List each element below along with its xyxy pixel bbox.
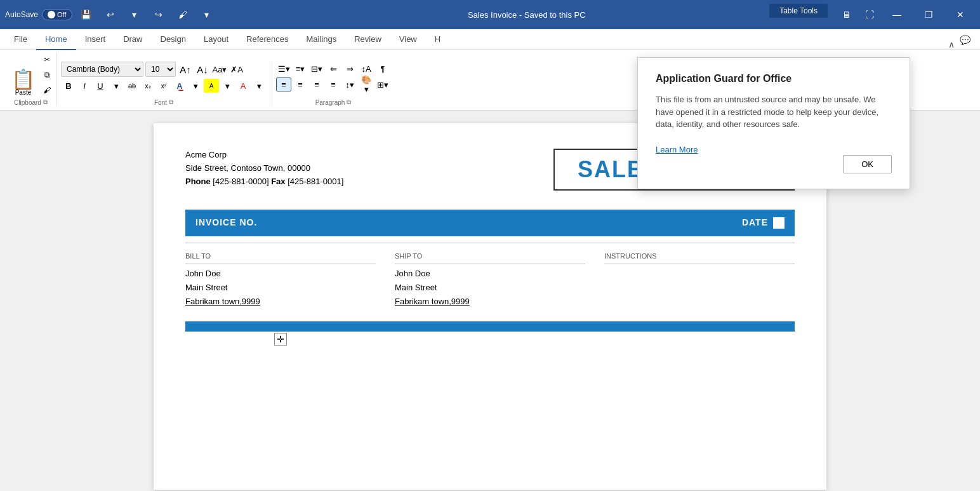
expand-button[interactable]: ⛶ [859, 5, 880, 24]
notification-body: This file is from an untrusted source an… [656, 93, 892, 131]
tab-insert[interactable]: Insert [76, 29, 115, 50]
highlight-button[interactable]: A [204, 79, 219, 93]
font-size-select[interactable]: 10 [145, 62, 176, 77]
ok-button[interactable]: OK [843, 155, 892, 173]
font-color-dropdown[interactable]: ▾ [188, 79, 203, 93]
borders-button[interactable]: ⊞▾ [375, 77, 390, 91]
strikethrough-button[interactable]: ab [124, 79, 140, 93]
text-color-dropdown[interactable]: ▾ [251, 79, 267, 93]
numbering-button[interactable]: ≡▾ [293, 62, 308, 76]
underline-dropdown[interactable]: ▾ [109, 79, 124, 93]
minimize-button[interactable]: — [882, 5, 911, 24]
increase-indent-button[interactable]: ⇒ [342, 62, 357, 76]
decrease-indent-button[interactable]: ⇐ [326, 62, 341, 76]
notification-ok-row: OK [656, 155, 892, 173]
clear-formatting-button[interactable]: ✗A [229, 62, 244, 76]
highlight-dropdown[interactable]: ▾ [220, 79, 235, 93]
font-dialog-launcher[interactable]: ⧉ [169, 98, 173, 106]
undo-dropdown[interactable]: ▾ [124, 5, 145, 24]
format-painter-button[interactable]: 🖌 [173, 5, 193, 24]
shading-button[interactable]: 🎨▾ [359, 77, 374, 91]
customize-qat[interactable]: ▾ [197, 5, 217, 24]
justify-button[interactable]: ≡ [326, 77, 341, 91]
date-checkbox[interactable] [773, 217, 785, 229]
close-button[interactable]: ✕ [946, 5, 975, 24]
bill-to-label: BILL TO [185, 252, 376, 260]
clipboard-label: Clipboard ⧉ [14, 97, 48, 106]
italic-button[interactable]: I [77, 79, 92, 93]
bottom-blue-bar [185, 321, 795, 332]
bill-street: Main Street [185, 281, 376, 295]
tab-file[interactable]: File [5, 29, 36, 50]
bill-city: Fabrikam town,9999 [185, 295, 376, 309]
toggle-circle [48, 11, 55, 18]
fax-label: Fax [271, 177, 288, 186]
font-family-select[interactable]: Cambria (Body) [61, 62, 143, 77]
line-spacing-button[interactable]: ↕▾ [342, 77, 357, 91]
collapse-ribbon-button[interactable]: ∧ [948, 39, 955, 50]
toggle-label: Off [57, 11, 66, 18]
title-bar: AutoSave Off 💾 ↩ ▾ ↪ 🖌 ▾ Sales Invoice -… [0, 0, 980, 29]
superscript-button[interactable]: x² [156, 79, 171, 93]
subscript-button[interactable]: x₂ [140, 79, 156, 93]
tab-draw[interactable]: Draw [114, 29, 151, 50]
text-color-button[interactable]: A [235, 79, 251, 93]
paragraph-dialog-launcher[interactable]: ⧉ [347, 98, 351, 106]
shrink-font-button[interactable]: A↓ [195, 62, 210, 76]
instructions-divider [604, 264, 795, 264]
font-row1: Cambria (Body) 10 A↑ A↓ Aa▾ ✗A [61, 62, 267, 77]
titlebar-left: AutoSave Off 💾 ↩ ▾ ↪ 🖌 ▾ [5, 5, 217, 24]
instructions-label: INSTRUCTIONS [604, 252, 795, 260]
divider-line [185, 243, 795, 243]
document-title: Sales Invoice - Saved to this PC [217, 10, 837, 20]
tab-mailings[interactable]: Mailings [298, 29, 346, 50]
bold-button[interactable]: B [61, 79, 76, 93]
invoice-address-row: BILL TO John Doe Main Street Fabrikam to… [185, 246, 795, 315]
tab-help[interactable]: H [426, 29, 449, 50]
clipboard-sub-buttons: ✂ ⧉ 🖌 [40, 53, 54, 97]
bullets-button[interactable]: ☰▾ [276, 62, 291, 76]
align-center-button[interactable]: ≡ [293, 77, 308, 91]
align-right-button[interactable]: ≡ [309, 77, 324, 91]
comments-button[interactable]: 💬 [955, 30, 975, 50]
fax-number: [425-881-0001] [288, 177, 343, 186]
share-button[interactable]: 🖥 [837, 5, 857, 24]
tab-review[interactable]: Review [345, 29, 390, 50]
tab-view[interactable]: View [390, 29, 426, 50]
application-guard-popup: Application Guard for Office This file i… [637, 57, 910, 189]
tab-layout[interactable]: Layout [195, 29, 237, 50]
phone-number: [425-881-0000] [213, 177, 271, 186]
tab-home[interactable]: Home [36, 29, 76, 50]
copy-button[interactable]: ⧉ [40, 68, 54, 82]
align-left-button[interactable]: ≡ [276, 77, 291, 91]
ribbon-group-font: Cambria (Body) 10 A↑ A↓ Aa▾ ✗A B I U ▾ a… [58, 62, 272, 106]
tab-design[interactable]: Design [152, 29, 195, 50]
font-row2: B I U ▾ ab x₂ x² A̲ ▾ A ▾ A ▾ [61, 79, 267, 93]
invoice-no-label: INVOICE NO. [195, 217, 742, 229]
autosave-toggle[interactable]: Off [42, 9, 72, 20]
multilevel-list-button[interactable]: ⊟▾ [309, 62, 324, 76]
cut-button[interactable]: ✂ [40, 53, 54, 67]
paste-button[interactable]: 📋 Paste [8, 67, 39, 97]
tab-references[interactable]: References [237, 29, 297, 50]
clipboard-dialog-launcher[interactable]: ⧉ [43, 98, 48, 106]
learn-more-link[interactable]: Learn More [656, 145, 698, 154]
change-case-button[interactable]: Aa▾ [212, 62, 227, 76]
save-button[interactable]: 💾 [76, 5, 96, 24]
ship-street: Main Street [395, 281, 585, 295]
phone-label: Phone [185, 177, 213, 186]
restore-button[interactable]: ❐ [914, 5, 943, 24]
underline-button[interactable]: U [93, 79, 108, 93]
font-color-button[interactable]: A̲ [172, 79, 187, 93]
sort-button[interactable]: ↕A [359, 62, 374, 76]
titlebar-right: 🖥 ⛶ — ❐ ✕ [837, 5, 975, 24]
ribbon-group-clipboard: 📋 Paste ✂ ⧉ 🖌 Clipboard ⧉ [5, 53, 57, 106]
redo-button[interactable]: ↪ [149, 5, 169, 24]
paragraph-label: Paragraph ⧉ [315, 97, 352, 106]
show-formatting-button[interactable]: ¶ [375, 62, 390, 76]
table-move-handle[interactable]: ✛ [274, 333, 287, 346]
format-painter-ribbon[interactable]: 🖌 [40, 83, 54, 97]
undo-button[interactable]: ↩ [100, 5, 121, 24]
grow-font-button[interactable]: A↑ [178, 62, 193, 76]
notification-title: Application Guard for Office [656, 73, 892, 84]
